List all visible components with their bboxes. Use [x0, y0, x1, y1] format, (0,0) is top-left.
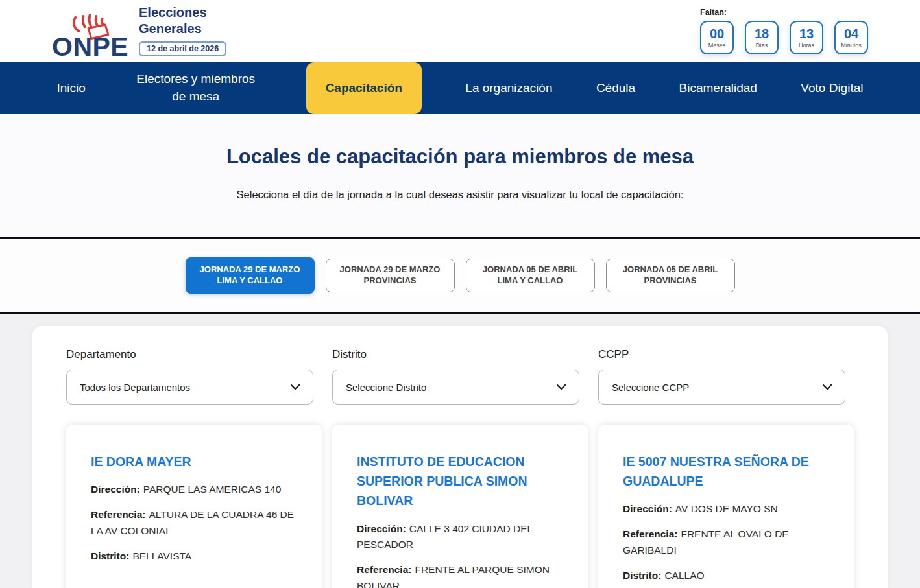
- chevron-down-icon: [291, 381, 300, 393]
- countdown-label: Faltan:: [700, 8, 727, 17]
- countdown-hours: 13 Horas: [790, 21, 823, 54]
- chevron-down-icon: [557, 381, 566, 393]
- location-direccion: Dirección:PARQUE LAS AMERICAS 140: [91, 482, 297, 498]
- ccpp-label: CCPP: [598, 348, 854, 361]
- tab-jornada-29-marzo-lima-callao[interactable]: JORNADA 29 DE MARZO LIMA Y CALLAO: [186, 257, 315, 294]
- onpe-wordmark: ONPE: [52, 36, 128, 58]
- ccpp-select[interactable]: Seleccione CCPP: [598, 370, 845, 405]
- nav-item-inicio[interactable]: Inicio: [56, 80, 85, 97]
- location-direccion: Dirección:AV DOS DE MAYO SN: [623, 501, 829, 517]
- nav-item-voto-digital[interactable]: Voto Digital: [801, 80, 863, 97]
- hero-section: Locales de capacitación para miembros de…: [0, 114, 920, 237]
- distrito-label: Distrito: [332, 348, 588, 361]
- page-title: Locales de capacitación para miembros de…: [0, 145, 920, 169]
- location-referencia: Referencia:FRENTE AL OVALO DE GARIBALDI: [623, 526, 829, 559]
- location-direccion: Dirección:CALLE 3 402 CIUDAD DEL PESCADO…: [357, 521, 563, 554]
- election-countdown: Faltan: 00 Meses 18 Días 13 Horas 04 Min…: [700, 8, 868, 54]
- countdown-minutes: 04 Minutos: [834, 21, 868, 54]
- nav-item-la-organizacion[interactable]: La organización: [465, 80, 552, 97]
- countdown-days: 18 Días: [745, 21, 779, 54]
- location-cards: IE DORA MAYER Dirección:PARQUE LAS AMERI…: [66, 425, 854, 588]
- location-name: IE DORA MAYER: [91, 452, 297, 471]
- location-name: INSTITUTO DE EDUCACION SUPERIOR PUBLICA …: [357, 452, 563, 511]
- location-distrito: Distrito:CALLAO: [623, 568, 829, 584]
- chevron-down-icon: [823, 381, 832, 393]
- departamento-select[interactable]: Todos los Departamentos: [66, 370, 313, 405]
- onpe-logo[interactable]: ONPE Elecciones Generales 12 de abril de…: [52, 5, 226, 58]
- filter-distrito: Distrito Seleccione Distrito: [332, 348, 588, 405]
- location-card: IE DORA MAYER Dirección:PARQUE LAS AMERI…: [66, 425, 322, 588]
- departamento-label: Departamento: [66, 348, 322, 361]
- filters-row: Departamento Todos los Departamentos Dis…: [66, 348, 854, 405]
- main-nav: Inicio Electores y miembros de mesa Capa…: [0, 62, 920, 114]
- filter-ccpp: CCPP Seleccione CCPP: [598, 348, 854, 405]
- filter-departamento: Departamento Todos los Departamentos: [66, 348, 322, 405]
- distrito-select[interactable]: Seleccione Distrito: [332, 370, 579, 405]
- tab-jornada-29-marzo-provincias[interactable]: JORNADA 29 DE MARZO PROVINCIAS: [326, 259, 455, 292]
- nav-item-electores-y-miembros[interactable]: Electores y miembros de mesa: [129, 71, 262, 105]
- tab-jornada-05-abril-provincias[interactable]: JORNADA 05 DE ABRIL PROVINCIAS: [606, 259, 735, 292]
- results-panel: Departamento Todos los Departamentos Dis…: [32, 326, 888, 588]
- nav-item-capacitacion[interactable]: Capacitación: [306, 62, 422, 114]
- location-name: IE 5007 NUESTRA SEÑORA DE GUADALUPE: [623, 452, 829, 491]
- location-card: INSTITUTO DE EDUCACION SUPERIOR PUBLICA …: [332, 425, 588, 588]
- jornada-tabs: JORNADA 29 DE MARZO LIMA Y CALLAO JORNAD…: [0, 239, 920, 312]
- main-content: Departamento Todos los Departamentos Dis…: [0, 314, 920, 588]
- site-title: Elecciones Generales: [139, 5, 226, 37]
- tab-jornada-05-abril-lima-callao[interactable]: JORNADA 05 DE ABRIL LIMA Y CALLAO: [466, 259, 595, 292]
- location-card: IE 5007 NUESTRA SEÑORA DE GUADALUPE Dire…: [598, 425, 854, 588]
- location-referencia: Referencia:FRENTE AL PARQUE SIMON BOLIVA…: [357, 562, 563, 588]
- nav-item-cedula[interactable]: Cédula: [596, 80, 635, 97]
- countdown-months: 00 Meses: [700, 21, 734, 54]
- location-distrito: Distrito:BELLAVISTA: [91, 548, 297, 565]
- page-header: ONPE Elecciones Generales 12 de abril de…: [0, 0, 920, 62]
- page-subtitle: Selecciona el día de la jornada a la cua…: [0, 189, 920, 201]
- nav-item-bicameralidad[interactable]: Bicameralidad: [679, 80, 757, 97]
- election-date-badge: 12 de abril de 2026: [139, 41, 226, 56]
- location-referencia: Referencia:ALTURA DE LA CUADRA 46 DE LA …: [91, 507, 297, 539]
